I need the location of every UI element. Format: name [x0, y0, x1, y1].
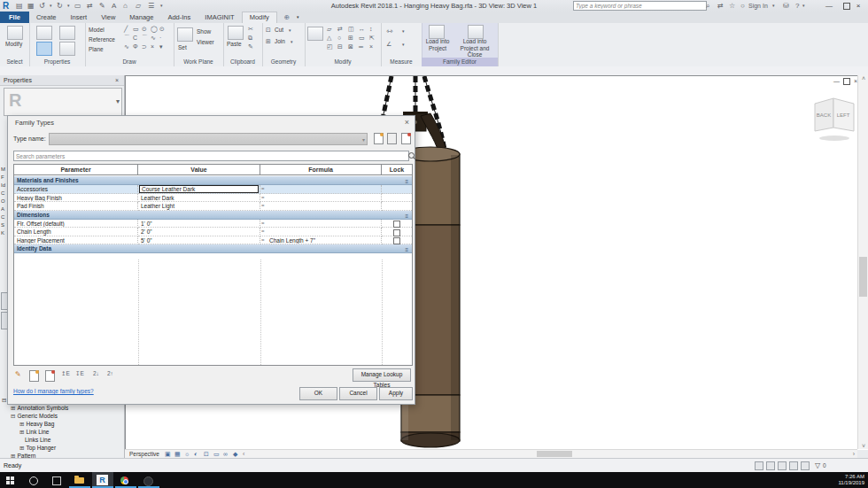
sort-descending-icon[interactable]: 2↑ [107, 370, 113, 376]
modify-tool-icon[interactable]: ▱ [327, 26, 331, 33]
cortana-button[interactable] [23, 472, 44, 488]
sort-ascending-icon[interactable]: 2↓ [93, 370, 99, 376]
param-formula[interactable] [260, 185, 382, 194]
worksets-icon[interactable] [755, 461, 763, 470]
row-heavy-bag-finish[interactable]: Heavy Bag Finish Leather Dark = [14, 194, 412, 203]
cut-button[interactable]: Cut [275, 27, 283, 33]
print-icon[interactable]: ▭ [74, 0, 81, 12]
tab-modify[interactable]: Modify [242, 12, 277, 23]
viewbar-collapse-icon[interactable]: ‹ [243, 451, 244, 457]
section-icon[interactable]: ▱ [136, 0, 141, 12]
param-name[interactable]: Chain Length [14, 228, 138, 236]
lock-checkbox[interactable] [393, 229, 400, 236]
apply-button[interactable]: Apply [379, 387, 413, 400]
tab-imaginit[interactable]: IMAGINIT [198, 12, 241, 23]
favorites-star-icon[interactable]: ☆ [729, 0, 735, 12]
crop-view-icon[interactable]: ⊡ [204, 451, 209, 458]
app-store-cart-icon[interactable]: ⛁ [783, 0, 789, 12]
visual-style-icon[interactable]: ▦ [174, 451, 181, 458]
tree-expanded-icon[interactable]: ⊟ [11, 413, 15, 419]
pen-icon[interactable]: ✎ [99, 0, 105, 12]
combo-caret-icon[interactable]: ▾ [362, 136, 365, 143]
param-name[interactable]: Accessories [14, 185, 138, 194]
tree-item-links-line[interactable]: Links Line [25, 436, 50, 444]
tree-collapsed-icon[interactable]: ⊞ [19, 445, 24, 451]
revit-taskbar-button[interactable]: R [92, 472, 113, 488]
draw-more-icon[interactable]: · [159, 35, 161, 42]
section-collapse-icon[interactable]: ≡ [405, 245, 408, 254]
type-name-combo[interactable]: ▾ [49, 133, 368, 145]
match-type-icon[interactable]: ✎ [248, 43, 253, 50]
param-value-editor[interactable]: Course Leather Dark [139, 185, 259, 193]
tree-item-top-hanger[interactable]: ⊞Top Hanger [19, 444, 56, 452]
detail-level-icon[interactable]: ▣ [165, 451, 171, 458]
column-formula[interactable]: Formula [260, 165, 382, 175]
tree-item-generic-models[interactable]: ⊟Generic Models [11, 412, 58, 420]
help-icon[interactable]: ? [795, 0, 799, 12]
draw-fillet-arc-icon[interactable]: ∿ [151, 35, 156, 42]
copy-icon[interactable]: ⧉ [248, 35, 252, 42]
load-into-project-close-button[interactable]: Load into [453, 38, 496, 44]
undo-icon[interactable]: ↺ [39, 0, 45, 12]
tab-view[interactable]: View [94, 12, 122, 23]
row-hanger-placement[interactable]: Hanger Placement 5' 0" = Chain Length + … [14, 236, 412, 245]
draw-polygon-icon[interactable]: ⊙ [142, 26, 147, 33]
search-parameters-input[interactable] [13, 151, 409, 161]
minimize-button[interactable]: — [824, 0, 834, 12]
modify-extra-icon[interactable]: ⊕ [277, 12, 297, 23]
row-accessories[interactable]: Accessories Course Leather Dark = [14, 185, 412, 194]
close-button[interactable]: × [853, 0, 864, 12]
taskbar-clock[interactable]: 7:26 AM 11/19/2019 [838, 474, 864, 486]
restore-button[interactable] [843, 3, 850, 10]
unpin-icon[interactable]: ⊠ [348, 43, 353, 50]
viewcube-face-left[interactable]: LEFT [837, 112, 850, 118]
draw-rectangle-icon[interactable]: ▭ [133, 26, 139, 33]
tree-item-label[interactable]: Annotation Symbols [17, 405, 68, 411]
tree-item-label[interactable]: Heavy Bag [26, 421, 54, 427]
scroll-down-icon[interactable]: ˅ [858, 443, 868, 449]
param-formula[interactable] [260, 202, 382, 211]
cut-scissors-icon[interactable]: ✂ [248, 26, 253, 33]
model-line-button[interactable]: Model [89, 27, 105, 33]
help-caret-icon[interactable]: ▾ [802, 0, 805, 12]
dimension-caret-icon[interactable]: ▾ [402, 41, 405, 48]
section-dimensions[interactable]: Dimensions ≡ [14, 211, 412, 220]
delete-type-icon[interactable] [401, 133, 411, 144]
transfer-icon[interactable]: ⇄ [87, 0, 93, 12]
draw-center-arc-icon[interactable]: C [133, 35, 137, 42]
help-link[interactable]: How do I manage family types? [13, 388, 94, 394]
family-types-small-icon[interactable] [59, 26, 75, 40]
dimension-icon[interactable]: ∠ [386, 41, 391, 48]
tree-item-label[interactable]: Generic Models [17, 413, 58, 419]
tree-collapsed-icon[interactable]: ⊞ [11, 405, 15, 411]
modify-button[interactable]: Modify [5, 41, 22, 47]
new-parameter-icon[interactable] [29, 370, 39, 382]
row-flr-offset[interactable]: Flr. Offset (default) 1' 0" = [14, 220, 412, 229]
help-search-input[interactable] [573, 1, 707, 11]
redo-icon[interactable]: ↻ [57, 0, 63, 12]
cancel-button[interactable]: Cancel [339, 387, 377, 400]
task-view-button[interactable] [46, 472, 67, 488]
delete-parameter-icon[interactable] [45, 370, 55, 382]
rename-type-icon[interactable] [387, 133, 397, 144]
split-icon[interactable]: ▭ [359, 35, 365, 42]
pin-icon[interactable]: ⊟ [337, 43, 343, 50]
array-icon[interactable]: ⇱ [369, 35, 375, 42]
param-name[interactable]: Heavy Bag Finish [14, 194, 138, 203]
redo-caret-icon[interactable]: ▾ [67, 0, 70, 12]
view-minimize-icon[interactable]: — [833, 78, 840, 84]
reveal-hidden-icon[interactable]: ◆ [233, 451, 237, 458]
manage-lookup-tables-button[interactable]: Manage Lookup Tables [353, 368, 411, 382]
lock-checkbox[interactable] [393, 237, 400, 244]
undo-caret-icon[interactable]: ▾ [50, 0, 52, 12]
erase-icon[interactable]: × [369, 43, 373, 50]
tab-manage[interactable]: Manage [122, 12, 160, 23]
tree-collapsed-icon[interactable]: ⊞ [19, 429, 24, 435]
param-value[interactable]: Leather Dark [138, 194, 260, 203]
draw-line-icon[interactable]: ╱ [124, 26, 128, 33]
move-down-icon[interactable]: ↧E [75, 370, 84, 377]
param-name[interactable]: Flr. Offset (default) [14, 220, 138, 229]
game-app-button[interactable] [138, 472, 159, 488]
measure-icon[interactable]: ⇿ [386, 27, 393, 35]
viewcube-face-back[interactable]: BACK [817, 112, 831, 118]
